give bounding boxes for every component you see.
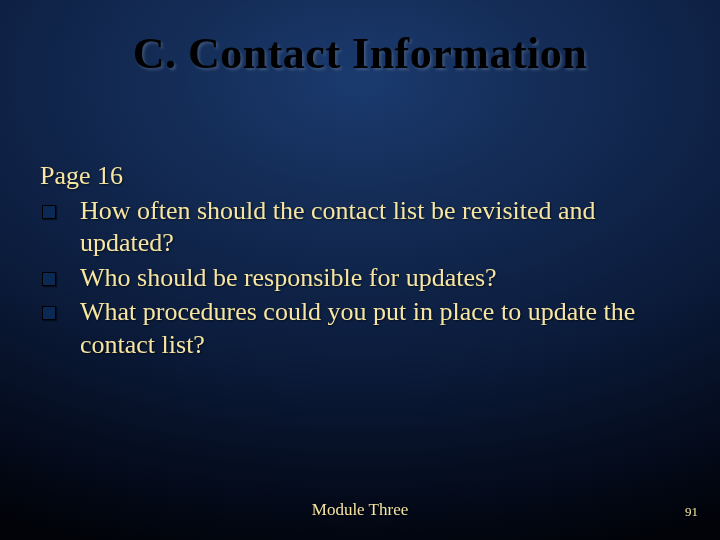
page-reference: Page 16 bbox=[40, 160, 680, 193]
slide-title: C. Contact Information bbox=[0, 28, 720, 79]
square-bullet-icon bbox=[42, 306, 56, 320]
bullet-item: Who should be responsible for updates? bbox=[40, 262, 680, 295]
square-bullet-icon bbox=[42, 272, 56, 286]
square-bullet-icon bbox=[42, 205, 56, 219]
bullet-text: Who should be responsible for updates? bbox=[80, 262, 680, 295]
footer-module: Module Three bbox=[0, 500, 720, 520]
slide: C. Contact Information Page 16 How often… bbox=[0, 0, 720, 540]
slide-body: Page 16 How often should the contact lis… bbox=[40, 160, 680, 363]
bullet-text: What procedures could you put in place t… bbox=[80, 296, 680, 361]
slide-number: 91 bbox=[685, 504, 698, 520]
bullet-text: How often should the contact list be rev… bbox=[80, 195, 680, 260]
bullet-item: What procedures could you put in place t… bbox=[40, 296, 680, 361]
bullet-item: How often should the contact list be rev… bbox=[40, 195, 680, 260]
